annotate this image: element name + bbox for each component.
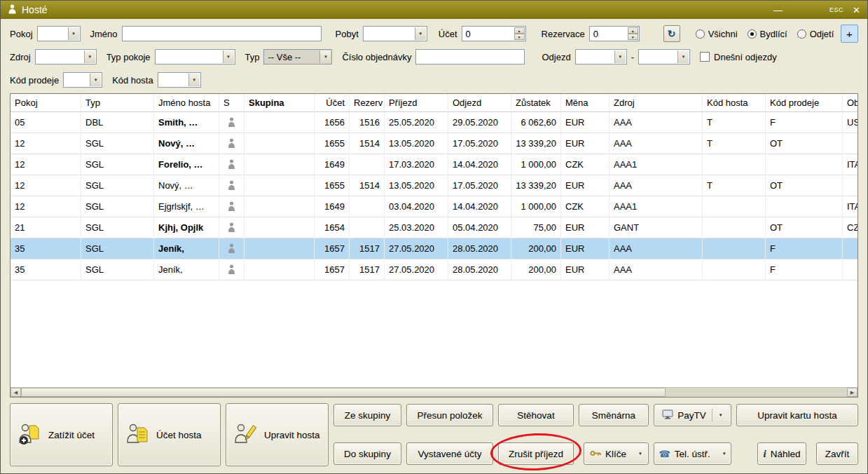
column-header[interactable]: Příjezd (385, 94, 448, 112)
cell-obc: USA (843, 112, 857, 133)
column-header[interactable]: Typ (81, 94, 154, 112)
dropdown-arrow-icon[interactable]: ▼ (90, 74, 101, 86)
cell-prijezd: 27.05.2020 (385, 259, 448, 280)
pobyt-select[interactable]: ▼ (363, 26, 427, 41)
edit-guest-card-button[interactable]: Upravit kartu hosta (736, 404, 858, 426)
spin-up-icon[interactable]: ▲ (514, 27, 525, 34)
table-row[interactable]: 35SGLJeník,1657151727.05.202028.05.20202… (11, 259, 857, 280)
paytv-button[interactable]: PayTV ▼ (654, 404, 731, 426)
jmeno-input[interactable] (122, 26, 322, 41)
charge-account-button[interactable]: Zatížit účet (10, 403, 113, 466)
action-bar: Zatížit účet Účet hosta (1, 398, 867, 473)
rezervace-spinner[interactable]: 0 ▲ ▼ (589, 26, 640, 41)
column-header[interactable]: Kód prodeje (766, 94, 843, 112)
cell-skupina (244, 133, 315, 154)
dropdown-arrow-icon[interactable]: ▼ (614, 50, 626, 63)
cell-mena: EUR (561, 217, 609, 238)
spin-down-icon[interactable]: ▼ (514, 34, 525, 40)
cell-obc (843, 175, 857, 196)
cancel-arrival-button[interactable]: Zrušit příjezd (498, 442, 574, 465)
pobyt-label: Pobyt (336, 29, 359, 39)
radio-bydlici[interactable]: Bydlící (748, 29, 787, 39)
add-button[interactable]: + (841, 25, 858, 43)
column-header[interactable]: S (219, 94, 244, 112)
radio-vsichni[interactable]: Všichni (696, 29, 738, 39)
column-header[interactable]: Pokoj (11, 94, 81, 112)
cell-zdroj: AAA (609, 259, 703, 280)
guest-account-button[interactable]: Účet hosta (118, 403, 221, 466)
refresh-button[interactable]: ↻ (663, 25, 680, 42)
from-group-button[interactable]: Ze skupiny (333, 404, 401, 426)
table-row[interactable]: 12SGLForelio, …164917.03.202014.04.20201… (11, 154, 857, 175)
spin-up-icon[interactable]: ▲ (628, 27, 638, 34)
small-buttons-grid: Ze skupiny Do skupiny Přesun položek Vys… (333, 403, 858, 466)
column-header[interactable]: Skupina (244, 94, 315, 112)
cell-mena: CZK (561, 196, 609, 217)
move-items-button[interactable]: Přesun položek (406, 404, 493, 426)
column-header[interactable]: Zůstatek (511, 94, 561, 112)
table-row[interactable]: 35SGLJeník,1657151727.05.202028.05.20202… (11, 238, 857, 259)
zdroj-select[interactable]: ▼ (35, 49, 97, 65)
table-row[interactable]: 12SGLNový, …1655151413.05.202017.05.2020… (11, 175, 857, 196)
typ-select[interactable]: -- Vše -- ▼ (263, 49, 332, 65)
dropdown-arrow-icon[interactable]: ▼ (677, 50, 689, 63)
scroll-right-button[interactable]: ▶ (847, 388, 857, 397)
horizontal-scrollbar[interactable]: ◀ ▶ (11, 387, 857, 397)
kod-hosta-select[interactable]: ▼ (158, 72, 201, 88)
close-window-button[interactable]: Zavřít (816, 442, 858, 465)
column-header[interactable]: Jméno hosta (154, 94, 219, 112)
button-column: PayTV ▼ ☎ Tel. ústř. ▼ (654, 403, 731, 466)
cell-jmeno: Jeník, (154, 238, 219, 259)
column-header[interactable]: Kód hosta (703, 94, 766, 112)
radio-odjeti[interactable]: Odjetí (797, 29, 834, 39)
cislo-objednavky-input[interactable] (415, 49, 525, 65)
relocate-button[interactable]: Stěhovat (498, 404, 574, 426)
pokoj-select[interactable]: ▼ (37, 26, 81, 41)
chevron-down-icon: ▼ (638, 452, 642, 456)
button-label: Upravit kartu hosta (757, 410, 836, 421)
cell-skupina (244, 196, 315, 217)
column-header[interactable]: Odjezd (448, 94, 511, 112)
odjezd-from-select[interactable]: ▼ (575, 49, 627, 65)
close-icon[interactable]: ✕ (853, 5, 860, 15)
edit-guest-button[interactable]: Upravit hosta (226, 403, 329, 466)
to-group-button[interactable]: Do skupiny (333, 442, 401, 465)
kod-prodeje-select[interactable]: ▼ (63, 72, 102, 88)
exchange-button[interactable]: Směnárna (579, 404, 649, 426)
keys-button[interactable]: Klíče ▼ (584, 442, 649, 465)
column-header[interactable]: Obč (843, 94, 858, 112)
dropdown-arrow-icon[interactable]: ▼ (415, 27, 426, 40)
spin-down-icon[interactable]: ▼ (628, 34, 638, 40)
scroll-left-button[interactable]: ◀ (11, 388, 21, 397)
preview-button[interactable]: i Náhled (757, 442, 806, 465)
cell-zustatek: 1 000,00 (511, 196, 561, 217)
phone-exchange-button[interactable]: ☎ Tel. ústř. ▼ (654, 442, 731, 465)
column-header[interactable]: Rezerv (350, 94, 385, 112)
typ-pokoje-select[interactable]: ▼ (155, 49, 235, 65)
scroll-thumb[interactable] (21, 388, 666, 397)
dropdown-arrow-icon[interactable]: ▼ (319, 50, 331, 63)
button-label: Směnárna (592, 410, 635, 421)
ucet-spinner[interactable]: 0 ▲ ▼ (462, 26, 526, 41)
dropdown-arrow-icon[interactable]: ▼ (84, 50, 95, 63)
guest-icon (219, 196, 244, 217)
esc-label[interactable]: ESC (829, 6, 843, 13)
odjezd-to-select[interactable]: ▼ (638, 49, 690, 65)
minimize-button[interactable]: — (773, 5, 783, 15)
table-body: 05DBLSmith, …1656151625.05.202029.05.202… (11, 112, 857, 387)
column-header[interactable]: Zdroj (609, 94, 703, 112)
column-header[interactable]: Účet (315, 94, 350, 112)
combo-value: -- Vše -- (268, 52, 301, 62)
dropdown-arrow-icon[interactable]: ▼ (188, 74, 200, 86)
table-row[interactable]: 21SGLKjhj, Opjlk165425.03.202005.04.2020… (11, 217, 857, 238)
scroll-track[interactable] (21, 388, 847, 397)
table-row[interactable]: 12SGLEjgrlskjf, …164903.04.202014.04.202… (11, 196, 857, 217)
dropdown-arrow-icon[interactable]: ▼ (68, 27, 79, 40)
issued-bills-button[interactable]: Vystavené účty (406, 442, 493, 465)
table-row[interactable]: 05DBLSmith, …1656151625.05.202029.05.202… (11, 112, 857, 133)
column-header[interactable]: Měna (561, 94, 609, 112)
table-row[interactable]: 12SGLNový, …1655151413.05.202017.05.2020… (11, 133, 857, 154)
cell-prijezd: 13.05.2020 (385, 133, 448, 154)
dnesni-odjezdy-checkbox[interactable] (700, 52, 710, 62)
dropdown-arrow-icon[interactable]: ▼ (223, 50, 234, 63)
